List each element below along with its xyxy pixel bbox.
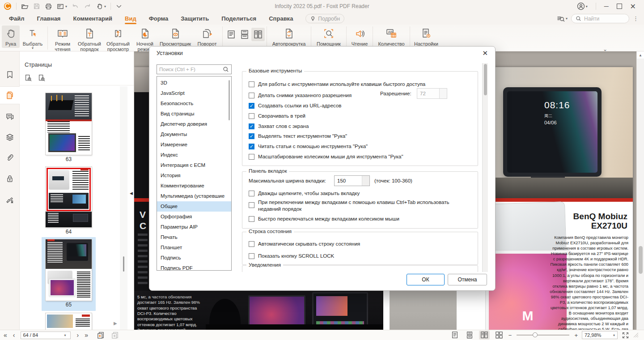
page-number-box[interactable]: ▾ bbox=[21, 332, 71, 339]
category-item-selected[interactable]: Общие bbox=[157, 201, 231, 212]
first-page-button[interactable]: « bbox=[4, 332, 7, 339]
reverse-view-button[interactable]: Обратный просмотр bbox=[103, 26, 133, 54]
account-icon[interactable]: ▾ bbox=[577, 2, 588, 10]
zoom-slider-knob[interactable] bbox=[533, 332, 538, 337]
dropdown-caret[interactable]: ▾ bbox=[613, 333, 615, 337]
checkbox-row[interactable]: Читать статьи с помощью инструмента "Рук… bbox=[249, 143, 368, 150]
thumbnails-scrollbar[interactable] bbox=[120, 86, 127, 330]
checkbox[interactable] bbox=[249, 103, 254, 109]
category-item[interactable]: 3D bbox=[157, 78, 231, 88]
category-item[interactable]: Орфография bbox=[157, 212, 231, 222]
reverse-order-button[interactable]: Обратный порядок bbox=[76, 26, 103, 54]
zoom-out-button[interactable]: − bbox=[508, 332, 512, 339]
continuous-view-button[interactable] bbox=[238, 28, 251, 41]
checkbox[interactable] bbox=[249, 202, 254, 208]
checkbox-row[interactable]: Дважды щелкните, чтобы закрыть вкладку bbox=[249, 190, 360, 197]
category-item[interactable]: Мультимедиа (устаревшие bbox=[157, 191, 231, 201]
category-item[interactable]: Интеграция с ECM bbox=[157, 160, 231, 170]
next-view-icon[interactable] bbox=[111, 331, 119, 340]
checkbox[interactable] bbox=[249, 123, 254, 129]
single-page-view-button[interactable] bbox=[225, 28, 238, 41]
open-file-icon[interactable] bbox=[21, 3, 29, 10]
pages-panel-button[interactable] bbox=[0, 86, 20, 104]
checkbox[interactable] bbox=[249, 144, 254, 149]
category-item[interactable]: Индекс bbox=[157, 150, 231, 160]
checkbox-row[interactable]: Быстро переключаться между вкладками кол… bbox=[249, 216, 399, 222]
checkbox[interactable] bbox=[249, 154, 254, 160]
enlarge-thumbnails-icon[interactable] bbox=[24, 74, 32, 82]
previous-page-button[interactable]: ‹ bbox=[13, 332, 15, 339]
preferences-search-input[interactable] bbox=[159, 67, 223, 72]
checkbox-row[interactable]: Автоматически скрывать строку состояния bbox=[249, 241, 360, 247]
email-icon[interactable]: ▾ bbox=[57, 3, 67, 10]
grid-layout-button[interactable] bbox=[494, 331, 504, 340]
next-page-button[interactable]: › bbox=[76, 332, 79, 339]
resolution-input[interactable] bbox=[417, 89, 439, 98]
checkbox[interactable] bbox=[249, 216, 254, 222]
checkbox-row[interactable]: Выделять текст инструментом "Рука" bbox=[249, 133, 347, 140]
list-scrollbar-thumb[interactable] bbox=[229, 80, 230, 120]
checkbox-row[interactable]: Делать снимки указанного разрешения bbox=[249, 92, 352, 99]
checkbox[interactable] bbox=[249, 253, 254, 259]
undo-icon[interactable] bbox=[72, 3, 79, 10]
preferences-search-box[interactable] bbox=[157, 64, 232, 74]
menu-share[interactable]: Поделиться bbox=[215, 14, 263, 23]
save-icon[interactable] bbox=[33, 3, 40, 10]
checkbox[interactable] bbox=[249, 93, 254, 98]
cancel-button[interactable]: Отмена bbox=[448, 274, 487, 285]
minimize-button[interactable]: ─ bbox=[604, 3, 609, 10]
category-item[interactable]: JavaScript bbox=[157, 88, 231, 98]
find-input[interactable] bbox=[584, 16, 624, 22]
bookmarks-panel-button[interactable] bbox=[0, 66, 20, 84]
preferences-category-list[interactable]: 3D JavaScript Безопасность Вид страницы … bbox=[157, 76, 232, 271]
category-item[interactable]: Комментирование bbox=[157, 181, 231, 191]
find-box[interactable] bbox=[571, 14, 629, 23]
spinner-buttons[interactable] bbox=[362, 176, 369, 186]
panel-expand-icon[interactable]: ▶ bbox=[114, 321, 117, 326]
settings-button[interactable]: Настройки bbox=[412, 26, 441, 48]
details-pill[interactable]: Подробн bbox=[305, 14, 344, 23]
tab-width-spinner[interactable] bbox=[334, 175, 370, 186]
category-item[interactable]: Безопасность bbox=[157, 98, 231, 109]
checkbox[interactable] bbox=[249, 241, 254, 247]
menu-comment[interactable]: Комментарий bbox=[67, 14, 119, 23]
menu-form[interactable]: Форма bbox=[143, 14, 174, 23]
zoom-level-box[interactable]: ▾ bbox=[582, 331, 618, 339]
continuous-layout-button[interactable] bbox=[464, 331, 475, 340]
quick-toolbar-menu-icon[interactable] bbox=[115, 3, 123, 10]
checkbox-row[interactable]: Сворачивать в трей bbox=[249, 113, 305, 119]
dialog-close-icon[interactable]: ✕ bbox=[482, 49, 488, 57]
hand-tool-quick-icon[interactable]: ▾ bbox=[96, 3, 106, 10]
zoom-level-input[interactable] bbox=[585, 332, 608, 338]
zoom-in-button[interactable]: + bbox=[574, 332, 578, 339]
collapse-ribbon-icon[interactable]: ⌄ bbox=[603, 46, 607, 52]
checkbox[interactable] bbox=[249, 113, 254, 119]
last-page-button[interactable]: » bbox=[85, 332, 88, 339]
page-thumbnail-66[interactable] bbox=[46, 313, 92, 330]
content-scrollbar[interactable] bbox=[482, 63, 488, 272]
checkbox-row[interactable]: Показать кнопку SCROLL LOCK bbox=[249, 253, 334, 259]
scroll-up-arrow[interactable]: ▲ bbox=[637, 51, 644, 59]
category-item[interactable]: Документы bbox=[157, 129, 231, 140]
viewer-button[interactable]: Просмотрщик bbox=[157, 26, 194, 48]
hand-tool-button[interactable]: Рука bbox=[2, 26, 20, 48]
print-icon[interactable] bbox=[45, 3, 52, 10]
category-item[interactable]: Вид страницы bbox=[157, 109, 231, 119]
resolution-spinner[interactable] bbox=[417, 88, 447, 99]
category-item[interactable]: Подпись bbox=[157, 253, 231, 263]
menu-home[interactable]: Главная bbox=[31, 14, 67, 23]
close-button[interactable]: ✕ bbox=[630, 2, 636, 11]
facing-layout-button[interactable] bbox=[479, 331, 490, 340]
redo-icon[interactable] bbox=[84, 3, 91, 10]
comments-panel-button[interactable] bbox=[0, 108, 20, 126]
select-tool-button[interactable]: Выбрать ▾ bbox=[20, 26, 46, 52]
read-mode-button[interactable]: Режим чтения bbox=[50, 26, 76, 54]
count-button[interactable]: AB Количество bbox=[375, 26, 408, 48]
checkbox-row[interactable]: Создавать ссылки из URL-адресов bbox=[249, 102, 341, 109]
scrollbar-thumb[interactable] bbox=[639, 246, 643, 274]
document-scrollbar[interactable]: ▲ bbox=[636, 51, 644, 330]
category-item[interactable]: История bbox=[157, 170, 231, 181]
panel-collapse-icon[interactable]: ◀ bbox=[130, 191, 133, 196]
security-panel-button[interactable] bbox=[0, 170, 20, 187]
autoscroll-button[interactable]: Автопрокрутка bbox=[269, 26, 309, 48]
